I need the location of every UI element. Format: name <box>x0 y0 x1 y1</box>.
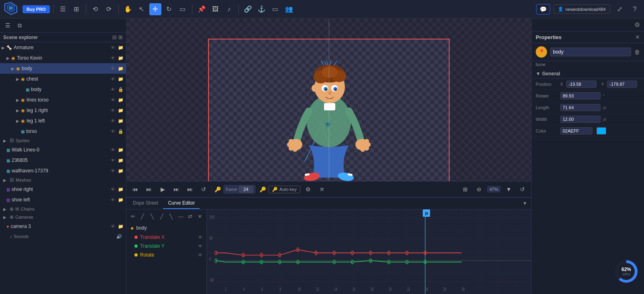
play-button[interactable]: ▶ <box>157 184 168 195</box>
lock-leg1right[interactable]: 📁 <box>117 107 124 114</box>
pin-tool[interactable]: 📌 <box>196 3 208 15</box>
lock-body[interactable]: 📁 <box>117 65 124 72</box>
expand-button[interactable]: ⤢ <box>613 3 625 15</box>
eye-translatex[interactable]: 👁 <box>198 235 202 240</box>
tool-flat[interactable]: — <box>177 212 185 221</box>
rp-color-swatch[interactable] <box>597 127 606 135</box>
tree-item-camera3[interactable]: ● camera 3 👁📁 <box>0 221 126 232</box>
rp-settings-button[interactable]: ⚙ <box>634 21 640 29</box>
ce-channel-translatey[interactable]: Translate Y 👁 <box>129 242 204 251</box>
save-button[interactable]: ⊞ <box>70 3 83 15</box>
ce-node-body[interactable]: ● body <box>129 223 204 233</box>
rect-tool[interactable]: ▭ <box>177 3 189 15</box>
lock-armature[interactable]: 📁 <box>117 44 124 51</box>
ce-channel-rotate[interactable]: Rotate 👁 <box>129 251 204 259</box>
vis-body-sprite[interactable]: 👁 <box>109 86 116 93</box>
lock-torso-sprite[interactable]: 🔒 <box>117 128 124 135</box>
tool-mirror[interactable]: ⇄ <box>186 212 195 221</box>
select-tool[interactable]: ↖ <box>136 3 148 15</box>
zoom-out-button[interactable]: ⊖ <box>473 184 485 195</box>
vis-236805[interactable]: 👁 <box>109 157 116 164</box>
canvas-area[interactable]: ★ <box>208 39 450 181</box>
tree-item-body-sprite[interactable]: ▦ body 👁🔒 <box>0 84 126 95</box>
settings-button[interactable]: ⚙ <box>303 184 314 195</box>
tree-item-wallhaven[interactable]: ▦ wallhaven-17379 👁📁 <box>0 166 126 176</box>
rp-rotate-input[interactable] <box>560 92 601 99</box>
share-button[interactable]: ⤧ <box>316 184 328 195</box>
rp-name-input[interactable] <box>550 48 631 56</box>
tool-tangent4[interactable]: ╲ <box>167 212 175 221</box>
tree-item-236805[interactable]: ▦ 236805 👁📁 <box>0 155 126 166</box>
image-tool[interactable]: 🖼 <box>209 3 221 15</box>
viewport-tool[interactable]: ▭ <box>269 3 281 15</box>
tree-item-body[interactable]: ▶ ◉ body 👁📁 <box>0 63 126 74</box>
tree-item-lines-torso[interactable]: ▶ ◉ lines torso 👁📁 <box>0 95 126 105</box>
redo-button[interactable]: ⟳ <box>103 3 115 15</box>
panel-tab-scene[interactable]: ☰ <box>2 20 13 31</box>
chat-button[interactable]: 💬 <box>536 4 550 14</box>
tree-item-chest[interactable]: ▶ ◉ chest 👁📁 <box>0 74 126 84</box>
rp-posy-input[interactable] <box>607 81 637 88</box>
vis-leg1left[interactable]: 👁 <box>109 117 116 124</box>
hamburger-button[interactable]: ☰ <box>57 3 69 15</box>
rp-width-input[interactable] <box>560 116 601 123</box>
ce-channel-translatex[interactable]: Translate X 👁 <box>129 233 204 242</box>
jump-start-button[interactable]: ⏮ <box>130 184 141 195</box>
vis-shoe-right[interactable]: 👁 <box>109 186 116 193</box>
lock-body-sprite[interactable]: 🔒 <box>117 86 124 93</box>
tree-item-walk-lines[interactable]: ▦ Walk Lines-0 👁📁 <box>0 145 126 155</box>
next-keyframe-button[interactable]: ⏭ <box>171 184 182 195</box>
zoom-fit-button[interactable]: ⊞ <box>460 184 471 195</box>
vis-body[interactable]: 👁 <box>109 65 116 72</box>
add-tool[interactable]: ✛ <box>149 3 161 15</box>
tool-pencil[interactable]: ✏ <box>129 212 137 221</box>
tree-item-leg1left[interactable]: ▶ ◉ leg 1 left 👁📁 <box>0 116 126 126</box>
lock-chest[interactable]: 📁 <box>117 75 124 83</box>
eye-rotate[interactable]: 👁 <box>198 253 202 257</box>
lock-wallhaven[interactable]: 📁 <box>117 167 124 174</box>
vis-wallhaven[interactable]: 👁 <box>109 167 116 174</box>
group-tool[interactable]: 👥 <box>283 3 295 15</box>
anchor-tool[interactable]: ⚓ <box>256 3 268 15</box>
lock-camera3[interactable]: 📁 <box>117 223 124 230</box>
rp-posx-input[interactable] <box>566 81 597 88</box>
curve-main[interactable]: 100 50 0 -50 2 4 6 8 10 12 14 16 18 <box>207 209 531 294</box>
lock-236805[interactable]: 📁 <box>117 157 124 164</box>
vis-lines-torso[interactable]: 👁 <box>109 96 116 104</box>
lock-shoe-right[interactable]: 📁 <box>117 186 124 193</box>
link-tool[interactable]: 🔗 <box>242 3 254 15</box>
tree-item-shoe-right[interactable]: ▨ shoe right 👁📁 <box>0 184 126 195</box>
sounds-action[interactable]: 🔊 <box>116 233 123 240</box>
vis-armature[interactable]: 👁 <box>109 44 116 51</box>
sound-tool[interactable]: ♪ <box>223 3 235 15</box>
rp-delete-button[interactable]: 🗑 <box>634 49 640 55</box>
lock-walk-lines[interactable]: 📁 <box>117 146 124 153</box>
collapse-panel-button[interactable]: ▼ <box>520 201 530 206</box>
tree-item-leg1right[interactable]: ▶ ◉ leg 1 right 👁📁 <box>0 105 126 116</box>
rp-length-input[interactable] <box>560 104 601 111</box>
prev-keyframe-button[interactable]: ⏭ <box>143 184 155 195</box>
tab-dope-sheet[interactable]: Dope Sheet <box>128 198 163 209</box>
vis-torso-kevin[interactable]: 👁 <box>109 54 116 62</box>
pan-tool[interactable]: ✋ <box>122 3 134 15</box>
tree-item-shoe-left[interactable]: ▨ shoe left 👁📁 <box>0 195 126 205</box>
tool-tangent1[interactable]: ╱ <box>138 212 147 221</box>
zoom-reset-button[interactable]: ↺ <box>517 184 528 195</box>
tree-item-armature[interactable]: ▶ 🦴 Armature 👁📁 <box>0 42 126 53</box>
vis-torso-sprite[interactable]: 👁 <box>109 128 116 135</box>
tool-tangent3[interactable]: ╱ <box>157 212 166 221</box>
frame-input[interactable] <box>239 186 253 193</box>
collapse-all-button[interactable]: ⊟ <box>112 34 117 40</box>
vis-chest[interactable]: 👁 <box>109 75 116 83</box>
user-button[interactable]: 👤 newestdownload484 <box>553 4 610 14</box>
panel-tab-layers[interactable]: ⧉ <box>14 20 25 31</box>
tree-item-torso-sprite[interactable]: ▦ torso 👁🔒 <box>0 126 126 137</box>
zoom-dropdown[interactable]: ▼ <box>503 184 514 195</box>
vis-leg1right[interactable]: 👁 <box>109 107 116 114</box>
eye-translatey[interactable]: 👁 <box>198 244 202 248</box>
expand-all-button[interactable]: ⊞ <box>118 34 123 40</box>
undo-button[interactable]: ⟲ <box>89 3 101 15</box>
tree-item-torso-kevin[interactable]: ▶ ◉ Torso Kevin 👁📁 <box>0 53 126 63</box>
rp-close-button[interactable]: ✕ <box>635 34 640 40</box>
rotate-tool[interactable]: ↻ <box>163 3 175 15</box>
